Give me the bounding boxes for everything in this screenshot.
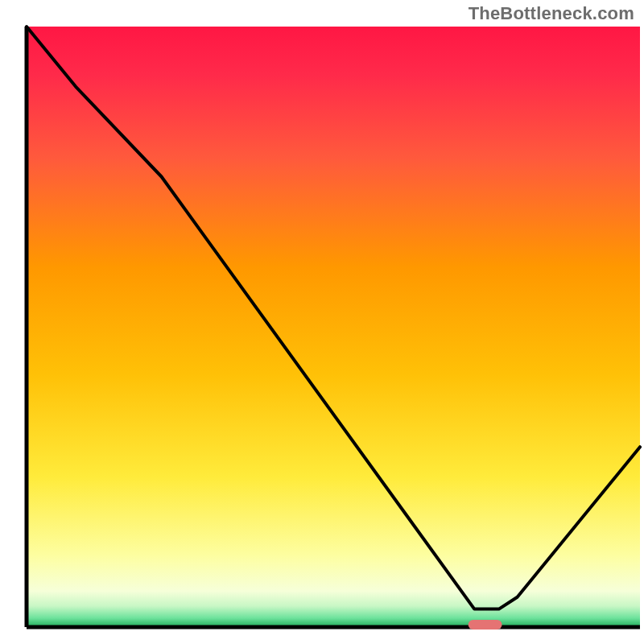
bottleneck-chart (0, 0, 644, 644)
plot-gradient-area (27, 27, 640, 627)
watermark-text: TheBottleneck.com (469, 3, 634, 24)
optimum-marker (469, 620, 502, 630)
